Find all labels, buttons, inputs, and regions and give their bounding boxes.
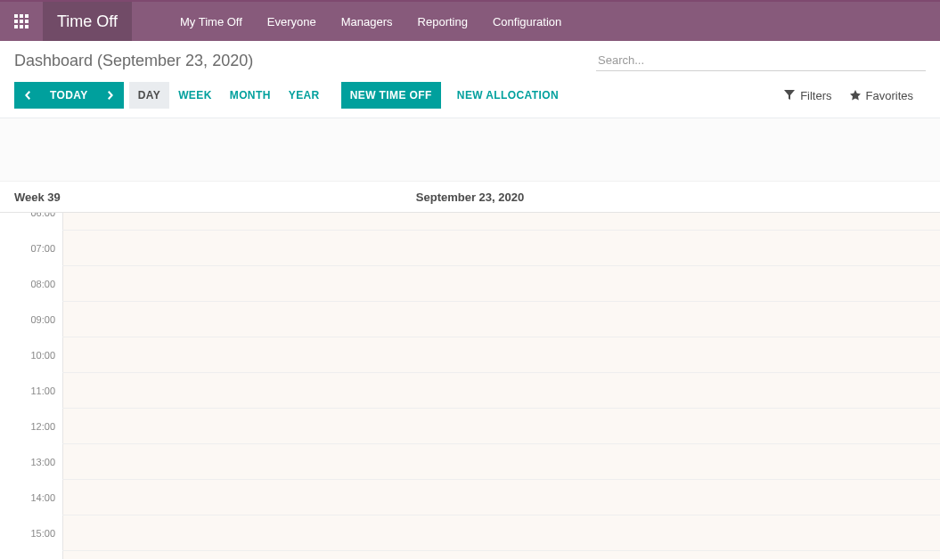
time-label: 09:00: [30, 314, 55, 325]
svg-rect-4: [20, 20, 23, 23]
svg-rect-5: [25, 20, 29, 23]
view-year-button[interactable]: YEAR: [280, 82, 329, 109]
view-day-button[interactable]: DAY: [129, 82, 169, 109]
hour-slot[interactable]: [62, 302, 940, 337]
time-label: 12:00: [30, 421, 55, 432]
date-label: September 23, 2020: [62, 191, 878, 204]
menu-reporting[interactable]: Reporting: [405, 2, 480, 41]
view-month-button[interactable]: MONTH: [221, 82, 280, 109]
menu-managers[interactable]: Managers: [329, 2, 405, 41]
svg-rect-8: [25, 25, 29, 28]
time-label: 15:00: [30, 528, 55, 539]
filters-button[interactable]: Filters: [784, 89, 831, 102]
hour-slot[interactable]: [62, 409, 940, 444]
time-label: 07:00: [30, 243, 55, 254]
view-week-button[interactable]: WEEK: [169, 82, 221, 109]
apps-button[interactable]: [0, 2, 43, 41]
hour-slot[interactable]: [62, 480, 940, 515]
menu-everyone[interactable]: Everyone: [255, 2, 329, 41]
calendar-grid[interactable]: [62, 213, 940, 559]
hour-slot[interactable]: [62, 515, 940, 551]
hour-slot[interactable]: [62, 231, 940, 266]
svg-rect-6: [14, 25, 18, 28]
star-icon: [850, 90, 861, 101]
filters-label: Filters: [800, 89, 831, 102]
svg-rect-3: [14, 20, 18, 23]
menu-my-time-off[interactable]: My Time Off: [168, 2, 255, 41]
navbar: Time Off My Time Off Everyone Managers R…: [0, 2, 940, 41]
time-label: 13:00: [30, 457, 55, 467]
time-label: 08:00: [30, 279, 55, 289]
week-label: Week 39: [0, 191, 62, 204]
svg-rect-0: [14, 14, 18, 18]
new-time-off-button[interactable]: NEW TIME OFF: [341, 82, 441, 109]
new-allocation-button[interactable]: NEW ALLOCATION: [448, 82, 568, 109]
svg-rect-1: [20, 14, 23, 18]
hour-slot[interactable]: [62, 551, 940, 559]
arrow-left-icon: [23, 91, 32, 100]
time-label: 14:00: [30, 492, 55, 503]
time-label: 06:00: [30, 213, 55, 218]
menu-configuration[interactable]: Configuration: [480, 2, 574, 41]
arrow-right-icon: [106, 91, 115, 100]
apps-grid-icon: [14, 14, 29, 28]
app-brand[interactable]: Time Off: [43, 2, 132, 41]
svg-rect-7: [20, 25, 23, 28]
prev-button[interactable]: [14, 82, 41, 109]
search-input[interactable]: [596, 50, 926, 70]
summary-band: [0, 118, 940, 181]
search-bar[interactable]: [596, 50, 926, 71]
calendar-header: Week 39 September 23, 2020: [0, 181, 940, 213]
favorites-button[interactable]: Favorites: [850, 89, 913, 102]
svg-rect-2: [25, 14, 29, 18]
hour-slot[interactable]: [62, 373, 940, 409]
time-column: 06:00 07:00 08:00 09:00 10:00 11:00 12:0…: [0, 213, 62, 559]
today-button[interactable]: TODAY: [41, 82, 97, 109]
control-panel: Dashboard (September 23, 2020) TODAY DAY…: [0, 41, 940, 118]
favorites-label: Favorites: [866, 89, 913, 102]
page-title: Dashboard (September 23, 2020): [14, 50, 253, 70]
main-menu: My Time Off Everyone Managers Reporting …: [168, 2, 574, 41]
calendar-body[interactable]: 06:00 07:00 08:00 09:00 10:00 11:00 12:0…: [0, 213, 940, 559]
time-label: 10:00: [30, 350, 55, 361]
hour-slot[interactable]: [62, 337, 940, 373]
hour-slot[interactable]: [62, 213, 940, 231]
next-button[interactable]: [97, 82, 124, 109]
hour-slot[interactable]: [62, 444, 940, 480]
time-label: 11:00: [30, 386, 55, 396]
hour-slot[interactable]: [62, 266, 940, 302]
filter-icon: [784, 90, 795, 101]
